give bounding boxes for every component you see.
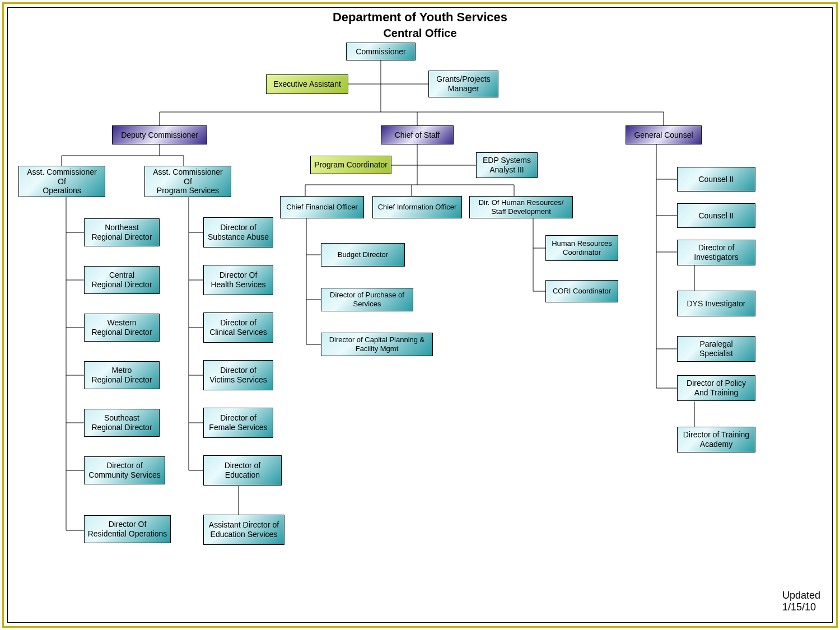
node-northeast-dir: Northeast Regional Director bbox=[84, 218, 160, 246]
node-hr-dir: Dir. Of Human Resources/ Staff Developme… bbox=[469, 196, 573, 218]
node-substance-abuse: Director of Substance Abuse bbox=[203, 217, 273, 248]
node-asst-education: Assistant Director of Education Services bbox=[203, 515, 284, 545]
page-title-2: Central Office bbox=[0, 27, 840, 40]
node-counsel-b: Counsel II bbox=[677, 203, 755, 228]
node-program-coordinator: Program Coordinator bbox=[310, 156, 391, 174]
org-chart-page: { "header": { "title1": "Department of Y… bbox=[0, 0, 840, 630]
node-general-counsel: General Counsel bbox=[626, 125, 702, 144]
node-exec-assistant: Executive Assistant bbox=[266, 74, 348, 94]
node-asst-comm-prog: Asst. Commissioner Of Program Services bbox=[144, 166, 231, 197]
page-title-1: Department of Youth Services bbox=[0, 10, 840, 25]
node-education: Director of Education bbox=[203, 455, 282, 486]
node-cori: CORI Coordinator bbox=[545, 280, 618, 302]
node-training-academy: Director of Training Academy bbox=[677, 427, 755, 452]
node-central-dir: Central Regional Director bbox=[84, 266, 160, 294]
node-southeast-dir: Southeast Regional Director bbox=[84, 409, 160, 437]
node-dys-investigator: DYS Investigator bbox=[677, 291, 755, 316]
node-cio: Chief Information Officer bbox=[372, 196, 462, 218]
node-clinical-svc: Director of Clinical Services bbox=[203, 312, 273, 343]
node-metro-dir: Metro Regional Director bbox=[84, 361, 160, 389]
node-female-svc: Director of Female Services bbox=[203, 408, 273, 438]
node-edp-analyst: EDP Systems Analyst III bbox=[476, 152, 538, 178]
node-budget: Budget Director bbox=[321, 243, 405, 267]
node-purchase: Director of Purchase of Services bbox=[321, 288, 413, 311]
node-capital-planning: Director of Capital Planning & Facility … bbox=[321, 333, 433, 356]
footer-updated: Updated 1/15/10 bbox=[782, 590, 820, 613]
footer-updated-label: Updated bbox=[782, 590, 820, 601]
node-hr-coord: Human Resources Coordinator bbox=[545, 235, 618, 261]
node-health-svc: Director Of Health Services bbox=[203, 265, 273, 295]
node-residential-ops: Director Of Residential Operations bbox=[84, 515, 171, 543]
node-paralegal: Paralegal Specialist bbox=[677, 336, 755, 362]
node-chief-of-staff: Chief of Staff bbox=[381, 125, 454, 144]
node-asst-comm-ops: Asst. Commissioner Of Operations bbox=[18, 166, 105, 197]
footer-updated-date: 1/15/10 bbox=[782, 601, 816, 613]
node-community-svc: Director of Community Services bbox=[84, 456, 165, 484]
node-counsel-a: Counsel II bbox=[677, 167, 755, 192]
node-western-dir: Western Regional Director bbox=[84, 314, 160, 342]
node-investigators: Director of Investigators bbox=[677, 240, 755, 265]
node-grants-manager: Grants/Projects Manager bbox=[428, 71, 498, 97]
node-cfo: Chief Financial Officer bbox=[280, 196, 364, 218]
node-deputy-commissioner: Deputy Commissioner bbox=[112, 125, 207, 144]
node-policy-training: Director of Policy And Training bbox=[677, 375, 755, 401]
node-commissioner: Commissioner bbox=[346, 43, 416, 60]
node-victims-svc: Director of Victims Services bbox=[203, 360, 273, 390]
